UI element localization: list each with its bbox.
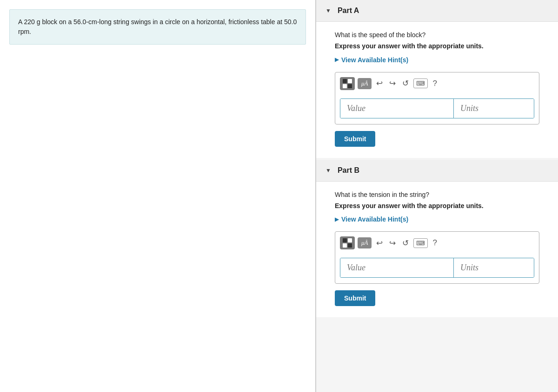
part-b-reset-button[interactable]: ↺ [400,237,411,249]
part-a-redo-button[interactable]: ↪ [387,78,398,89]
part-a-symbol-button[interactable]: μÅ [358,78,372,89]
part-a-help-button[interactable]: ? [431,78,438,89]
part-b-input-row [340,258,534,278]
grid-icon [343,79,352,88]
part-b-value-input[interactable] [340,258,453,277]
part-a-template-button[interactable] [340,77,355,90]
part-b-hint-label: View Available Hint(s) [341,216,408,223]
part-b-chevron-icon: ▼ [326,167,331,174]
mu-symbol-b: μÅ [361,239,368,247]
problem-box: A 220 g block on a 56.0-cm-long string s… [9,9,306,45]
part-a-value-input[interactable] [340,99,453,118]
left-panel: A 220 g block on a 56.0-cm-long string s… [0,0,316,392]
problem-text: A 220 g block on a 56.0-cm-long string s… [18,18,297,35]
part-a-keyboard-button[interactable]: ⌨ [413,78,428,88]
part-b-section: ▼ Part B What is the tension in the stri… [316,160,558,318]
part-b-label: Part B [338,166,359,175]
grid-icon-b [343,238,352,248]
part-b-instruction: Express your answer with the appropriate… [335,202,539,209]
part-a-chevron-icon: ▼ [326,7,331,14]
part-b-header[interactable]: ▼ Part B [316,160,558,182]
right-panel: ▼ Part A What is the speed of the block?… [316,0,558,392]
part-a-reset-button[interactable]: ↺ [400,78,411,89]
part-b-submit-button[interactable]: Submit [335,290,375,306]
part-a-section: ▼ Part A What is the speed of the block?… [316,0,558,158]
part-a-body: What is the speed of the block? Express … [316,22,558,158]
part-a-undo-button[interactable]: ↩ [374,78,385,89]
part-b-redo-button[interactable]: ↪ [387,237,398,249]
grid-cell [343,84,347,88]
part-b-symbol-button[interactable]: μÅ [358,237,372,248]
part-b-undo-button[interactable]: ↩ [374,237,385,249]
grid-cell [348,243,352,248]
grid-cell [348,79,352,83]
part-a-submit-button[interactable]: Submit [335,131,375,147]
keyboard-icon: ⌨ [416,80,425,87]
mu-symbol: μÅ [361,80,368,87]
part-b-keyboard-button[interactable]: ⌨ [413,238,428,248]
part-b-hint-link[interactable]: ▶ View Available Hint(s) [335,216,408,223]
grid-cell [348,238,352,242]
part-b-help-button[interactable]: ? [431,237,438,248]
part-a-question: What is the speed of the block? [335,31,539,39]
part-b-template-button[interactable] [340,236,355,249]
grid-cell [343,238,347,242]
hint-b-arrow-icon: ▶ [335,216,339,222]
keyboard-icon-b: ⌨ [416,240,425,247]
grid-cell [348,84,352,88]
grid-cell [343,243,347,248]
hint-arrow-icon: ▶ [335,57,339,63]
part-a-input-row [340,98,534,118]
part-a-hint-label: View Available Hint(s) [341,56,408,64]
part-a-label: Part A [338,7,359,15]
part-a-answer-box: μÅ ↩ ↪ ↺ ⌨ ? [335,72,539,124]
part-a-hint-link[interactable]: ▶ View Available Hint(s) [335,56,408,64]
part-b-question: What is the tension in the string? [335,191,539,198]
part-a-header[interactable]: ▼ Part A [316,0,558,22]
part-b-units-input[interactable] [453,258,534,277]
part-a-toolbar: μÅ ↩ ↪ ↺ ⌨ ? [340,77,534,94]
part-b-body: What is the tension in the string? Expre… [316,182,558,318]
part-a-units-input[interactable] [453,99,534,118]
part-b-answer-box: μÅ ↩ ↪ ↺ ⌨ ? [335,231,539,284]
part-b-toolbar: μÅ ↩ ↪ ↺ ⌨ ? [340,236,534,253]
grid-cell [343,79,347,83]
part-a-instruction: Express your answer with the appropriate… [335,42,539,50]
